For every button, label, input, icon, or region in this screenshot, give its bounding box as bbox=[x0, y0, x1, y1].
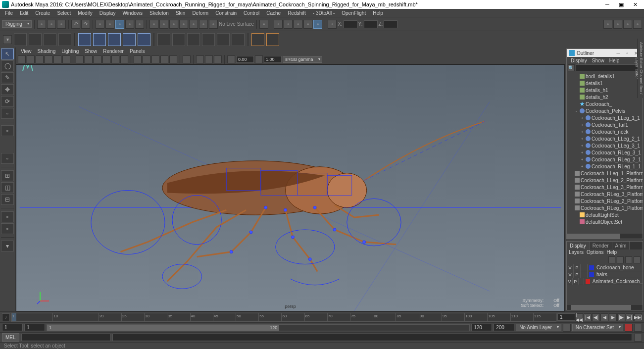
vp-exposure-icon[interactable] bbox=[227, 55, 235, 63]
outliner-item[interactable]: Cockroach_LLeg_1_Platform bbox=[567, 170, 643, 177]
anim-start-input[interactable] bbox=[2, 324, 23, 331]
menu-skin[interactable]: Skin bbox=[173, 10, 188, 16]
expand-icon[interactable]: + bbox=[580, 157, 585, 162]
menu-redshift[interactable]: Redshift bbox=[285, 10, 309, 16]
playback-start-input[interactable] bbox=[24, 324, 45, 331]
outliner-item[interactable]: Cockroach_RLeg_2_Platform bbox=[567, 198, 643, 204]
layer-move-down[interactable] bbox=[617, 256, 624, 263]
snap-grid[interactable]: ▫ bbox=[149, 20, 158, 29]
outliner-item[interactable]: Cockroach_ bbox=[567, 100, 643, 107]
range-track[interactable]: 1120 bbox=[47, 324, 470, 331]
outliner-item[interactable]: details_h2 bbox=[567, 94, 643, 100]
paint-select-tool[interactable]: ✎ bbox=[1, 72, 14, 83]
sidebar-toggle-2[interactable]: ▫ bbox=[613, 20, 622, 29]
layer-color-swatch[interactable] bbox=[589, 265, 594, 270]
menu--3dtoall-[interactable]: - 3DtoAll - bbox=[310, 10, 338, 16]
sidebar-toggle-4[interactable]: ▫ bbox=[633, 20, 642, 29]
save-scene-button[interactable]: ▫ bbox=[57, 20, 66, 29]
sel-mode-component[interactable]: ▫ bbox=[115, 20, 124, 29]
layer-new-selected[interactable] bbox=[634, 256, 641, 263]
scale-tool[interactable]: ▫ bbox=[1, 108, 14, 119]
outliner-item[interactable]: +Cockroach_LLeg_1_1 bbox=[567, 114, 643, 121]
step-back-button[interactable]: ◀| bbox=[592, 313, 600, 321]
y-input[interactable] bbox=[364, 20, 378, 28]
snap-point[interactable]: ▫ bbox=[169, 20, 178, 29]
outliner-item[interactable]: +Cockroach_RLeg_1_1 bbox=[567, 163, 643, 170]
rotate-tool[interactable]: ⟳ bbox=[1, 96, 14, 107]
outliner-item[interactable]: details_h1 bbox=[567, 87, 643, 94]
expand-icon[interactable]: + bbox=[580, 144, 585, 148]
step-back-key-button[interactable]: |◀ bbox=[584, 313, 592, 321]
outliner-maximize[interactable]: ▫ bbox=[623, 50, 632, 56]
sidebar-toggle-1[interactable]: ▫ bbox=[603, 20, 612, 29]
expand-icon[interactable]: + bbox=[580, 164, 585, 169]
render-frame[interactable]: ▫ bbox=[274, 20, 283, 29]
menu-skeleton[interactable]: Skeleton bbox=[147, 10, 172, 16]
viewmenu-show[interactable]: Show bbox=[83, 49, 99, 54]
layout-custom[interactable]: ▾ bbox=[1, 241, 14, 251]
outliner-item[interactable]: defaultObjectSet bbox=[567, 218, 643, 225]
vp-shadows[interactable] bbox=[169, 55, 177, 63]
viewmenu-renderer[interactable]: Renderer bbox=[101, 49, 126, 54]
outliner-item[interactable]: +Cockroach_RLeg_3_1 bbox=[567, 149, 643, 156]
viewmenu-view[interactable]: View bbox=[19, 49, 34, 54]
layer-menu-layers[interactable]: Layers bbox=[569, 249, 584, 256]
outliner-item[interactable]: -Cockroach_Pelvis bbox=[567, 107, 643, 114]
outliner-menu-help[interactable]: Help bbox=[607, 58, 622, 63]
layout-single[interactable]: ▫ bbox=[1, 153, 14, 164]
shelf-constraint-1[interactable] bbox=[251, 33, 264, 46]
sel-mode-object[interactable]: ▫ bbox=[105, 20, 114, 29]
layer-h-scrollbar[interactable] bbox=[567, 305, 643, 310]
outliner-menu-show[interactable]: Show bbox=[590, 58, 606, 63]
vp-2d-pan[interactable] bbox=[53, 55, 61, 63]
outliner-h-scrollbar[interactable] bbox=[567, 234, 643, 239]
history-toggle[interactable]: ▫ bbox=[259, 20, 268, 29]
vp-lock-camera[interactable] bbox=[27, 55, 35, 63]
hypershade[interactable]: ▫ bbox=[313, 20, 322, 29]
layer-move-up[interactable] bbox=[608, 256, 615, 263]
shelf-wire[interactable] bbox=[217, 33, 230, 46]
snap-view[interactable]: ▫ bbox=[199, 20, 208, 29]
vp-xray[interactable] bbox=[196, 55, 204, 63]
vp-wireframe[interactable] bbox=[134, 55, 142, 63]
lasso-tool[interactable]: ◯ bbox=[1, 60, 14, 71]
input-mode-icon[interactable]: ▫ bbox=[328, 20, 337, 29]
sel-mask-1[interactable]: ▫ bbox=[125, 20, 134, 29]
minimize-button[interactable]: ─ bbox=[600, 1, 614, 7]
vp-grease[interactable] bbox=[62, 55, 70, 63]
viewport-3d[interactable]: persp Symmetry:Off Soft Select:Off bbox=[16, 64, 565, 311]
vp-select-camera[interactable] bbox=[18, 55, 26, 63]
layer-menu-options[interactable]: Options bbox=[587, 249, 603, 256]
sel-mode-hierarchy[interactable]: ▫ bbox=[96, 20, 104, 29]
expand-icon[interactable]: - bbox=[574, 109, 579, 113]
outliner-item[interactable]: +Cockroach_LLeg_3_1 bbox=[567, 142, 643, 149]
layer-menu-help[interactable]: Help bbox=[606, 249, 617, 256]
vp-isolate[interactable] bbox=[183, 55, 191, 63]
anim-layer-dropdown[interactable]: No Anim Layer bbox=[516, 324, 561, 331]
undo-button[interactable]: ↶ bbox=[71, 20, 80, 29]
render-settings[interactable]: ▫ bbox=[294, 20, 302, 29]
layer-color-swatch[interactable] bbox=[589, 272, 594, 277]
shelf-mirror-weights[interactable] bbox=[138, 33, 150, 46]
outliner-search-input[interactable] bbox=[576, 64, 642, 71]
menu-cache[interactable]: Cache bbox=[263, 10, 284, 16]
shelf-lattice[interactable] bbox=[157, 33, 170, 46]
viewmenu-shading[interactable]: Shading bbox=[36, 49, 58, 54]
shelf-nonlinear[interactable] bbox=[202, 33, 215, 46]
character-set-dropdown[interactable]: No Character Set bbox=[572, 324, 623, 331]
menu-display[interactable]: Display bbox=[97, 10, 119, 16]
shelf-ik-handle[interactable] bbox=[29, 33, 42, 46]
sidebar-toggle-3[interactable]: ▫ bbox=[623, 20, 632, 29]
ipr-render[interactable]: ▫ bbox=[284, 20, 293, 29]
snap-live[interactable]: ▫ bbox=[189, 20, 198, 29]
cmd-lang-dropdown[interactable]: MEL bbox=[2, 333, 19, 342]
layer-vis-toggle[interactable]: V bbox=[567, 278, 573, 285]
step-forward-key-button[interactable]: ▶| bbox=[626, 313, 634, 321]
module-dropdown[interactable]: Rigging bbox=[2, 20, 32, 28]
shelf-paint-weights[interactable] bbox=[123, 33, 136, 46]
prefs-button[interactable] bbox=[634, 324, 642, 332]
shelf-bind-rigid[interactable] bbox=[93, 33, 106, 46]
outliner-item[interactable]: +Cockroach_Tail1 bbox=[567, 121, 643, 128]
menu-openflight[interactable]: OpenFlight bbox=[339, 10, 369, 16]
vp-field-chart[interactable] bbox=[111, 55, 119, 63]
